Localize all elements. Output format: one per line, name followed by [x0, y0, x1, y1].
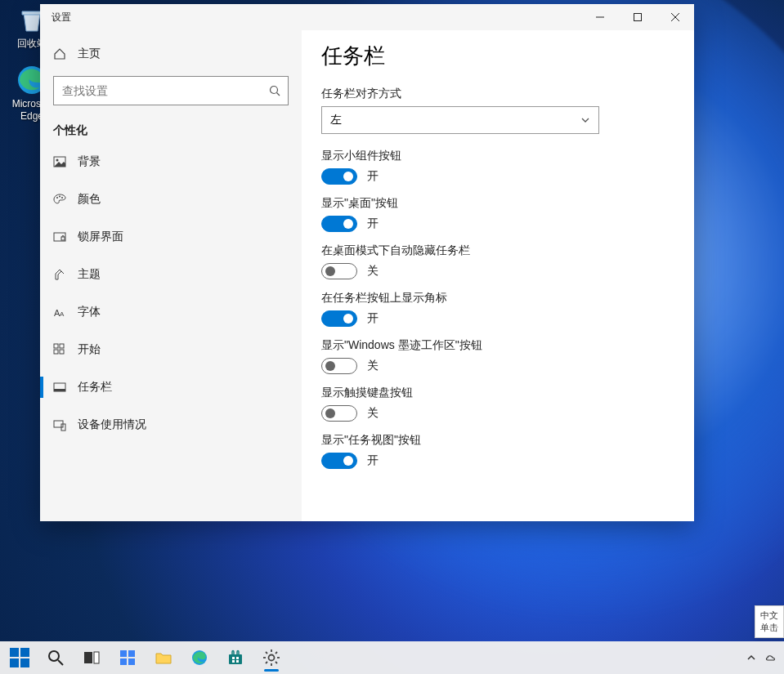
- tray-onedrive-icon[interactable]: [763, 641, 779, 674]
- tray-overflow-button[interactable]: [743, 641, 759, 674]
- svg-rect-19: [60, 350, 64, 354]
- taskbar: [0, 641, 784, 674]
- chevron-down-icon: [580, 115, 590, 125]
- lockscreen-icon: [53, 230, 66, 243]
- toggle-state: 关: [367, 406, 379, 421]
- sidebar-item-start[interactable]: 开始: [40, 331, 302, 368]
- svg-line-49: [266, 662, 267, 663]
- search-input[interactable]: [53, 76, 289, 105]
- window-title: 设置: [52, 11, 71, 25]
- svg-rect-2: [634, 14, 642, 21]
- sidebar-item-theme[interactable]: 主题: [40, 256, 302, 293]
- toggle-switch-6[interactable]: [321, 453, 357, 469]
- page-title: 任务栏: [321, 42, 674, 70]
- svg-line-48: [276, 662, 277, 663]
- svg-rect-39: [236, 657, 239, 659]
- taskbar-taskview-button[interactable]: [74, 641, 110, 674]
- sidebar-item-palette[interactable]: 颜色: [40, 181, 302, 218]
- svg-rect-40: [232, 660, 235, 663]
- minimize-button[interactable]: [581, 4, 619, 30]
- toggle-switch-3[interactable]: [321, 310, 357, 327]
- toggle-label: 在桌面模式下自动隐藏任务栏: [321, 243, 674, 258]
- device-icon: [53, 418, 66, 431]
- start-button[interactable]: [2, 641, 38, 674]
- home-button[interactable]: 主页: [40, 38, 302, 69]
- toggles-list: 显示小组件按钮开显示"桌面"按钮开在桌面模式下自动隐藏任务栏关在任务栏按钮上显示…: [321, 149, 674, 469]
- maximize-button[interactable]: [619, 4, 656, 30]
- toggle-group-6: 显示"任务视图"按钮开: [321, 433, 674, 469]
- toggle-switch-1[interactable]: [321, 216, 357, 232]
- toggle-switch-0[interactable]: [321, 168, 357, 185]
- svg-point-10: [59, 196, 60, 198]
- sidebar-item-label: 任务栏: [78, 380, 112, 395]
- window-body: 主页 个性化 背景颜色锁屏界面主题AA字体开始任务栏设备使用情况 任务栏 任务栏…: [40, 30, 694, 521]
- alignment-label: 任务栏对齐方式: [321, 87, 674, 101]
- toggle-state: 关: [367, 359, 379, 373]
- sidebar-item-lockscreen[interactable]: 锁屏界面: [40, 218, 302, 256]
- svg-rect-18: [54, 350, 58, 354]
- svg-rect-38: [232, 657, 235, 659]
- svg-rect-30: [84, 652, 92, 663]
- sidebar-item-picture[interactable]: 背景: [40, 143, 302, 181]
- sidebar-item-label: 颜色: [78, 192, 101, 207]
- alignment-value: 左: [330, 113, 342, 127]
- svg-rect-24: [10, 648, 19, 657]
- toggle-label: 显示"Windows 墨迹工作区"按钮: [321, 338, 674, 353]
- content-pane: 任务栏 任务栏对齐方式 左 显示小组件按钮开显示"桌面"按钮开在桌面模式下自动隐…: [302, 30, 694, 521]
- svg-rect-41: [236, 660, 239, 663]
- toggle-label: 显示"桌面"按钮: [321, 196, 674, 211]
- svg-line-29: [58, 660, 63, 665]
- picture-icon: [53, 155, 66, 168]
- taskbar-store-button[interactable]: [217, 641, 253, 674]
- home-label: 主页: [78, 47, 101, 61]
- alignment-dropdown[interactable]: 左: [321, 106, 599, 134]
- ime-line1: 中文: [760, 609, 778, 622]
- toggle-state: 开: [367, 311, 379, 326]
- svg-rect-34: [120, 658, 127, 665]
- svg-line-50: [276, 652, 277, 654]
- toggle-state: 开: [367, 216, 379, 231]
- svg-rect-33: [128, 650, 135, 657]
- toggle-group-0: 显示小组件按钮开: [321, 149, 674, 185]
- search-container: [40, 69, 302, 115]
- nav-list: 背景颜色锁屏界面主题AA字体开始任务栏设备使用情况: [40, 143, 302, 444]
- category-header: 个性化: [40, 115, 302, 143]
- svg-rect-32: [120, 650, 127, 657]
- settings-window: 设置 主页 个性化 背景颜色锁屏界面主题AA字体开始任务栏设备使用情况 任务栏: [40, 4, 694, 521]
- sidebar-item-device[interactable]: 设备使用情况: [40, 406, 302, 444]
- sidebar-item-label: 字体: [78, 305, 101, 319]
- taskbar-explorer-button[interactable]: [146, 641, 181, 674]
- sidebar-item-taskbar[interactable]: 任务栏: [40, 368, 302, 406]
- svg-point-5: [271, 87, 278, 94]
- ime-tooltip[interactable]: 中文 单击: [755, 605, 784, 638]
- svg-point-11: [61, 197, 63, 199]
- sidebar-item-font[interactable]: AA字体: [40, 293, 302, 331]
- svg-rect-21: [54, 389, 65, 391]
- start-icon: [53, 343, 66, 356]
- toggle-state: 开: [367, 453, 379, 468]
- taskbar-search-button[interactable]: [38, 641, 74, 674]
- taskbar-settings-button[interactable]: [253, 641, 289, 674]
- toggle-group-2: 在桌面模式下自动隐藏任务栏关: [321, 243, 674, 279]
- taskbar-icon: [53, 381, 66, 394]
- toggle-label: 显示"任务视图"按钮: [321, 433, 674, 448]
- svg-point-42: [269, 655, 275, 661]
- toggle-group-4: 显示"Windows 墨迹工作区"按钮关: [321, 338, 674, 374]
- svg-rect-31: [94, 652, 99, 663]
- svg-rect-26: [10, 658, 19, 667]
- svg-rect-17: [60, 344, 64, 348]
- font-icon: AA: [53, 306, 66, 319]
- toggle-state: 开: [367, 169, 379, 184]
- sidebar-item-label: 背景: [78, 154, 101, 169]
- titlebar[interactable]: 设置: [40, 4, 694, 30]
- theme-icon: [53, 268, 66, 281]
- sidebar-item-label: 锁屏界面: [78, 230, 123, 244]
- taskbar-edge-button[interactable]: [181, 641, 217, 674]
- close-button[interactable]: [656, 4, 694, 30]
- toggle-switch-4[interactable]: [321, 358, 357, 374]
- toggle-switch-5[interactable]: [321, 405, 357, 422]
- svg-rect-16: [54, 344, 58, 348]
- taskbar-widgets-button[interactable]: [110, 641, 146, 674]
- svg-rect-37: [229, 654, 242, 664]
- toggle-switch-2[interactable]: [321, 263, 357, 279]
